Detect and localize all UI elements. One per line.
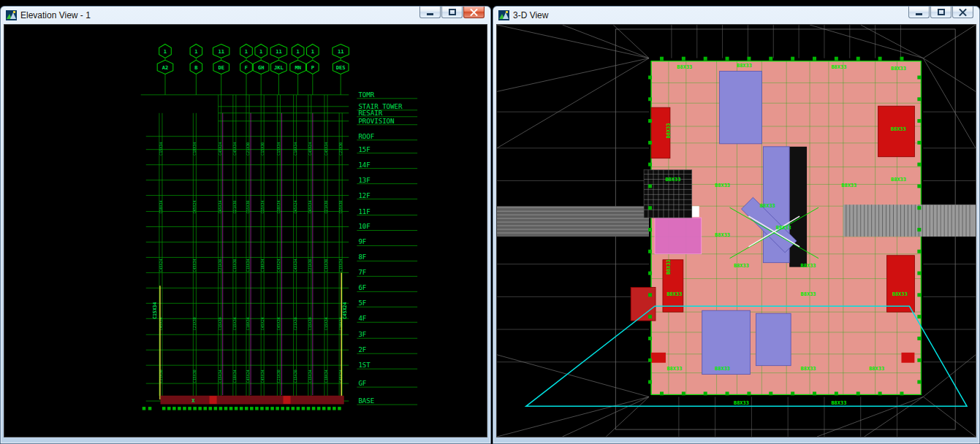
close-button[interactable] [463, 7, 485, 18]
svg-text:C45X34: C45X34 [159, 317, 163, 330]
svg-text:C45X34: C45X34 [260, 370, 265, 383]
svg-text:B8X33: B8X33 [666, 291, 682, 297]
svg-text:C45X34: C45X34 [293, 259, 297, 272]
svg-text:7F: 7F [358, 269, 366, 276]
maximize-button[interactable] [441, 7, 463, 18]
svg-text:C45X34: C45X34 [232, 142, 237, 156]
svg-text:C15X34: C15X34 [276, 142, 281, 156]
svg-text:1: 1 [245, 48, 248, 55]
svg-text:11F: 11F [358, 208, 370, 215]
view3d-titlebar[interactable]: 3-D View [493, 7, 979, 24]
close-button[interactable] [952, 7, 973, 18]
svg-text:1: 1 [311, 48, 314, 55]
elevation-window: Elevation View - 1 TOMRSTAIR TOWERRESAIR… [0, 6, 491, 444]
svg-text:10F: 10F [358, 223, 370, 231]
minimize-button[interactable] [419, 7, 441, 18]
svg-text:3F: 3F [358, 331, 366, 338]
view3d-window-controls [908, 7, 973, 18]
svg-text:B8X33: B8X33 [734, 263, 749, 269]
svg-text:B8X33: B8X33 [665, 177, 680, 183]
svg-text:1: 1 [297, 48, 300, 55]
svg-text:C21X30: C21X30 [308, 259, 312, 272]
svg-text:C45X24: C45X24 [293, 201, 297, 214]
svg-text:B8X33: B8X33 [677, 64, 692, 70]
svg-text:C18X34: C18X34 [159, 201, 163, 214]
svg-text:GF: GF [358, 380, 366, 387]
svg-text:C21X30: C21X30 [338, 142, 343, 156]
svg-text:C15X34: C15X34 [324, 317, 328, 330]
svg-text:B: B [194, 64, 197, 71]
svg-text:B8X33: B8X33 [666, 366, 682, 372]
svg-text:P: P [311, 64, 314, 71]
svg-text:B8X33: B8X33 [891, 177, 906, 183]
app-icon [498, 10, 509, 20]
svg-text:B8X33: B8X33 [801, 263, 816, 269]
elevation-canvas[interactable]: TOMRSTAIR TOWERRESAIRPROVISIONROOF15F14F… [4, 24, 487, 437]
svg-text:C15X30: C15X30 [260, 142, 265, 156]
view3d-window: 3-D View B8X33B8X33B8X33B8X33B8X33B8X33B… [493, 6, 980, 444]
svg-text:4F: 4F [358, 315, 366, 322]
svg-text:B8X33: B8X33 [869, 366, 884, 372]
elevation-titlebar[interactable]: Elevation View - 1 [1, 7, 490, 24]
close-icon [470, 9, 478, 16]
svg-text:B8X33: B8X33 [715, 232, 730, 238]
svg-text:2F: 2F [358, 346, 366, 353]
svg-text:B8X33: B8X33 [666, 259, 672, 275]
svg-text:TOMR: TOMR [358, 91, 374, 99]
svg-text:C45X24: C45X24 [159, 259, 163, 272]
svg-text:C45X24: C45X24 [246, 370, 250, 383]
minimize-icon [916, 13, 922, 15]
svg-text:C18X34: C18X34 [276, 201, 281, 214]
view3d-window-title: 3-D View [513, 10, 548, 20]
svg-text:DE: DE [218, 64, 224, 71]
svg-text:JKL: JKL [274, 64, 284, 71]
svg-text:B8X33: B8X33 [776, 225, 791, 231]
svg-text:C15X30: C15X30 [293, 370, 297, 383]
svg-text:C15X30: C15X30 [308, 317, 312, 330]
app-icon [6, 10, 17, 20]
minimize-button[interactable] [908, 7, 930, 18]
svg-text:C21X30: C21X30 [246, 142, 250, 156]
svg-text:C18X34: C18X34 [260, 259, 265, 272]
svg-text:B8X33: B8X33 [892, 291, 908, 297]
close-icon [959, 9, 967, 16]
svg-text:C15X30: C15X30 [324, 259, 328, 272]
view3d-canvas[interactable]: B8X33B8X33B8X33B8X33B8X33B8X33B8X33B8X33… [496, 24, 976, 437]
maximize-button[interactable] [930, 7, 951, 18]
svg-text:C45X24: C45X24 [192, 201, 197, 214]
svg-text:C18X34: C18X34 [246, 317, 250, 330]
svg-text:MN: MN [295, 64, 300, 71]
svg-text:C45X34: C45X34 [308, 201, 312, 214]
elevation-drawing[interactable]: TOMRSTAIR TOWERRESAIRPROVISIONROOF15F14F… [4, 25, 487, 437]
svg-text:C15X30: C15X30 [232, 259, 237, 272]
svg-text:C45X24: C45X24 [342, 302, 348, 319]
svg-text:C21X30: C21X30 [324, 201, 328, 214]
view3d-drawing[interactable]: B8X33B8X33B8X33B8X33B8X33B8X33B8X33B8X33… [497, 25, 976, 437]
maximize-icon [449, 9, 456, 15]
svg-text:C18X34: C18X34 [324, 370, 328, 383]
svg-text:1: 1 [194, 48, 197, 55]
svg-text:11: 11 [338, 48, 343, 55]
elevation-window-controls [419, 7, 485, 18]
svg-text:C15X30: C15X30 [246, 201, 250, 214]
svg-text:C18X34: C18X34 [232, 370, 237, 383]
svg-text:C21X30: C21X30 [293, 317, 297, 330]
svg-text:C18X34: C18X34 [293, 142, 297, 156]
svg-text:6F: 6F [358, 284, 366, 291]
svg-text:C21X30: C21X30 [192, 317, 197, 330]
svg-text:B8X33: B8X33 [715, 183, 730, 188]
svg-text:C45X24: C45X24 [276, 259, 281, 272]
svg-text:B8X33: B8X33 [831, 64, 846, 70]
svg-text:C45X34: C45X34 [218, 201, 222, 214]
elevation-window-title: Elevation View - 1 [20, 10, 91, 20]
svg-text:B8X33: B8X33 [737, 63, 752, 69]
svg-text:5F: 5F [358, 299, 366, 307]
svg-text:C45X24: C45X24 [260, 317, 265, 330]
svg-text:B8X33: B8X33 [734, 400, 749, 406]
svg-text:C21X30: C21X30 [232, 201, 237, 214]
svg-text:C15X30: C15X30 [192, 370, 197, 383]
maximize-icon [938, 9, 945, 15]
svg-text:15F: 15F [358, 146, 370, 153]
svg-text:B8X33: B8X33 [891, 126, 906, 132]
svg-text:1: 1 [164, 48, 167, 55]
